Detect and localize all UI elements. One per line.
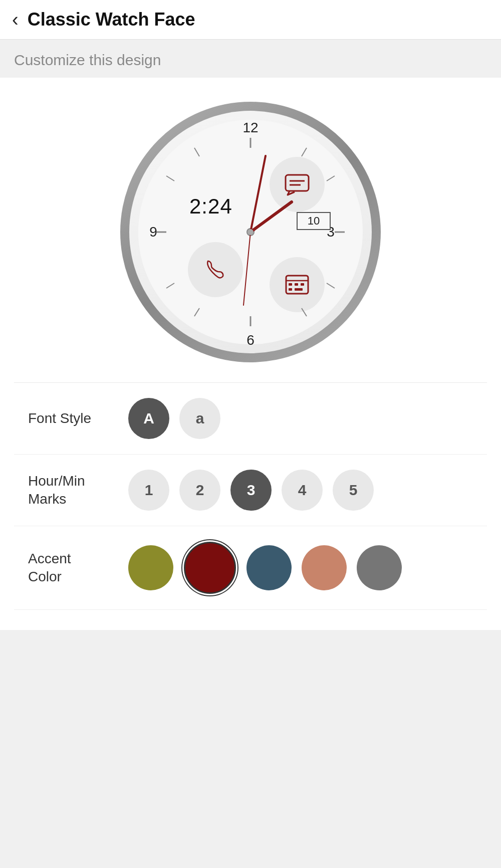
font-style-option-A[interactable]: A [128, 398, 169, 439]
svg-line-23 [166, 283, 174, 288]
clock-preview: 12 3 6 9 10 2:24 [14, 92, 487, 382]
marks-option-1[interactable]: 1 [128, 470, 169, 511]
svg-line-22 [194, 308, 199, 316]
clock-face: 12 3 6 9 10 2:24 [120, 102, 381, 362]
accent-color-teal[interactable] [246, 545, 292, 590]
accent-color-peach[interactable] [302, 545, 347, 590]
font-style-label: Font Style [28, 409, 128, 427]
subtitle-bar: Customize this design [0, 40, 501, 78]
marks-option-4[interactable]: 4 [282, 470, 323, 511]
back-button[interactable]: ‹ [12, 10, 19, 29]
marks-option-5[interactable]: 5 [333, 470, 374, 511]
svg-line-11 [250, 156, 266, 232]
page-title: Classic Watch Face [28, 9, 195, 30]
svg-line-20 [327, 283, 335, 288]
accent-color-row: Accent Color [14, 526, 487, 610]
marks-option-3[interactable]: 3 [230, 470, 272, 511]
accent-color-choices [128, 541, 402, 594]
svg-line-25 [194, 148, 199, 156]
accent-color-label: Accent Color [28, 550, 128, 586]
hour-min-marks-row: Hour/Min Marks 1 2 3 4 5 [14, 455, 487, 526]
svg-line-13 [243, 232, 250, 305]
svg-line-24 [166, 176, 174, 181]
svg-line-19 [327, 176, 335, 181]
marks-option-2[interactable]: 2 [179, 470, 220, 511]
font-style-row: Font Style A a [14, 383, 487, 455]
accent-color-red[interactable] [183, 541, 236, 594]
svg-line-18 [302, 148, 307, 156]
svg-line-21 [302, 308, 307, 316]
accent-color-olive[interactable] [128, 545, 173, 590]
svg-line-12 [250, 202, 292, 232]
clock-hands-svg [138, 120, 363, 344]
font-style-choices: A a [128, 398, 220, 439]
header: ‹ Classic Watch Face [0, 0, 501, 40]
main-card: 12 3 6 9 10 2:24 [0, 78, 501, 630]
svg-point-26 [247, 229, 254, 235]
accent-color-gray[interactable] [357, 545, 402, 590]
font-style-option-a[interactable]: a [179, 398, 220, 439]
subtitle-text: Customize this design [14, 52, 161, 68]
bottom-area [0, 630, 501, 680]
hour-min-marks-label: Hour/Min Marks [28, 472, 128, 509]
hour-min-marks-choices: 1 2 3 4 5 [128, 470, 374, 511]
